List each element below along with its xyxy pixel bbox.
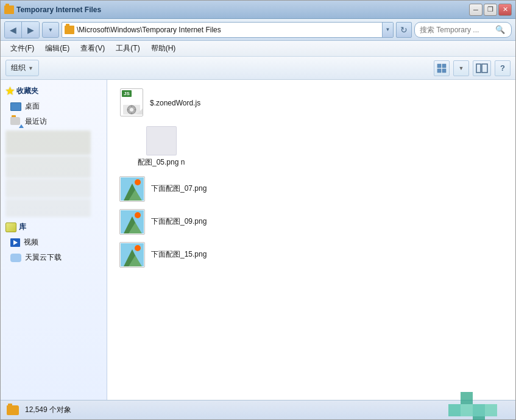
address-text: \Microsoft\Windows\Temporary Internet Fi… <box>77 26 377 34</box>
file-name-png-15: 下面配图_15.png <box>151 249 207 260</box>
video-play-icon <box>12 240 18 246</box>
sidebar-item-video[interactable]: 视频 <box>1 235 107 250</box>
mountain-svg-15 <box>121 243 144 266</box>
favorites-label: 收藏夹 <box>16 86 38 96</box>
menu-bar: 文件(F) 编辑(E) 查看(V) 工具(T) 帮助(H) <box>1 41 515 57</box>
minimize-button[interactable]: ─ <box>469 4 482 16</box>
recent-folder-icon-wrap <box>10 117 21 127</box>
search-container: 🔍 <box>414 22 512 38</box>
file-name-js: $.zonedWord.js <box>150 99 200 107</box>
main-area: ★ 收藏夹 桌面 最近访 库 <box>1 80 515 400</box>
sidebar-item-cloud[interactable]: 天翼云下载 <box>1 250 107 265</box>
menu-file[interactable]: 文件(F) <box>5 41 39 55</box>
address-bar[interactable]: \Microsoft\Windows\Temporary Internet Fi… <box>62 22 394 38</box>
view-dropdown-button[interactable]: ▼ <box>453 60 469 76</box>
mountain-svg-07 <box>121 177 144 201</box>
file-item-png-15[interactable]: 下面配图_15.png <box>115 238 508 271</box>
menu-tools[interactable]: 工具(T) <box>111 41 144 55</box>
restore-button[interactable]: ❐ <box>484 4 497 16</box>
pane-icon <box>476 63 488 73</box>
phantom-icon <box>146 126 177 155</box>
address-bar-row: ◀ ▶ ▼ \Microsoft\Windows\Temporary Inter… <box>1 19 515 41</box>
toolbar: 组织 ▼ ▼ ? <box>1 57 515 80</box>
sidebar: ★ 收藏夹 桌面 最近访 库 <box>1 80 107 400</box>
svg-rect-26 <box>448 404 461 416</box>
desktop-icon <box>10 102 21 111</box>
recent-locations-button[interactable]: ▼ <box>42 22 59 38</box>
nav-btn-group: ◀ ▶ <box>4 21 40 38</box>
organize-button[interactable]: 组织 ▼ <box>5 60 39 76</box>
favorites-section: ★ 收藏夹 <box>1 84 107 99</box>
title-bar: Temporary Internet Files ─ ❐ ✕ <box>1 1 515 19</box>
cloud-icon <box>10 254 21 262</box>
phantom-file-container: 配图_05.png n <box>138 126 185 168</box>
video-icon <box>10 238 20 247</box>
window-title: Temporary Internet Files <box>16 5 101 14</box>
svg-rect-31 <box>485 404 497 416</box>
status-folder-icon <box>7 405 19 415</box>
svg-rect-5 <box>482 64 487 73</box>
view-options-button[interactable] <box>434 60 450 76</box>
menu-edit[interactable]: 编辑(E) <box>40 41 74 55</box>
svg-point-21 <box>135 212 141 218</box>
title-bar-controls: ─ ❐ ✕ <box>469 4 512 16</box>
file-item-png-09[interactable]: 下面配图_09.png <box>115 205 508 238</box>
search-icon: 🔍 <box>495 25 505 34</box>
sidebar-item-desktop[interactable]: 桌面 <box>1 99 107 114</box>
sidebar-blur-item-3 <box>5 179 91 198</box>
js-file-icon: JS <box>119 88 144 118</box>
file-item-phantom[interactable]: 配图_05.png n <box>133 121 508 173</box>
file-item-png-07[interactable]: 下面配图_07.png <box>115 173 508 205</box>
js-badge: JS <box>122 90 132 97</box>
sidebar-blur-item-4 <box>5 199 91 217</box>
sidebar-video-label: 视频 <box>24 237 38 247</box>
bottom-right-decoration <box>448 392 509 421</box>
svg-point-17 <box>135 179 141 185</box>
svg-rect-1 <box>442 64 446 68</box>
recent-arrow-icon <box>19 124 24 128</box>
forward-button[interactable]: ▶ <box>22 22 39 38</box>
search-input[interactable] <box>420 26 493 34</box>
svg-rect-27 <box>461 392 473 404</box>
library-icon <box>5 222 16 232</box>
menu-view[interactable]: 查看(V) <box>76 41 110 55</box>
file-name-png-09: 下面配图_09.png <box>151 216 207 227</box>
png-thumb-09 <box>119 209 145 235</box>
status-count: 12,549 个对象 <box>25 405 71 415</box>
organize-label: 组织 <box>11 63 26 73</box>
png-thumb-15 <box>119 242 145 268</box>
address-dropdown-button[interactable]: ▼ <box>382 23 393 37</box>
svg-rect-3 <box>442 69 446 73</box>
sidebar-item-recent[interactable]: 最近访 <box>1 114 107 129</box>
library-section: 库 <box>1 219 107 235</box>
content-scroll: JS <box>107 80 515 276</box>
svg-rect-4 <box>476 64 481 73</box>
svg-rect-30 <box>473 416 485 421</box>
content-area: JS <box>107 80 515 400</box>
refresh-button[interactable]: ↻ <box>396 22 412 38</box>
svg-marker-6 <box>13 240 18 245</box>
mountain-svg-09 <box>121 210 144 233</box>
sidebar-recent-label: 最近访 <box>25 116 47 127</box>
file-name-png-07: 下面配图_07.png <box>151 183 207 194</box>
view-icon <box>437 63 447 73</box>
file-item-js[interactable]: JS <box>115 85 508 121</box>
svg-point-9 <box>130 108 133 112</box>
organize-arrow: ▼ <box>28 65 34 71</box>
file-name-phantom: 配图_05.png n <box>138 158 185 168</box>
sidebar-cloud-label: 天翼云下载 <box>25 252 62 263</box>
help-button[interactable]: ? <box>495 60 511 76</box>
status-bar: 12,549 个对象 <box>1 400 515 419</box>
sidebar-blur-item-2 <box>5 156 91 178</box>
svg-rect-0 <box>437 64 441 68</box>
back-button[interactable]: ◀ <box>5 22 22 38</box>
menu-help[interactable]: 帮助(H) <box>146 41 181 55</box>
sidebar-desktop-label: 桌面 <box>25 101 40 112</box>
pane-toggle-button[interactable] <box>473 60 491 76</box>
svg-rect-2 <box>437 69 441 73</box>
close-button[interactable]: ✕ <box>498 4 512 16</box>
title-bar-left: Temporary Internet Files <box>4 5 101 14</box>
svg-rect-28 <box>461 404 473 416</box>
svg-rect-29 <box>473 404 485 416</box>
explorer-window: Temporary Internet Files ─ ❐ ✕ ◀ ▶ ▼ \Mi… <box>0 0 516 420</box>
